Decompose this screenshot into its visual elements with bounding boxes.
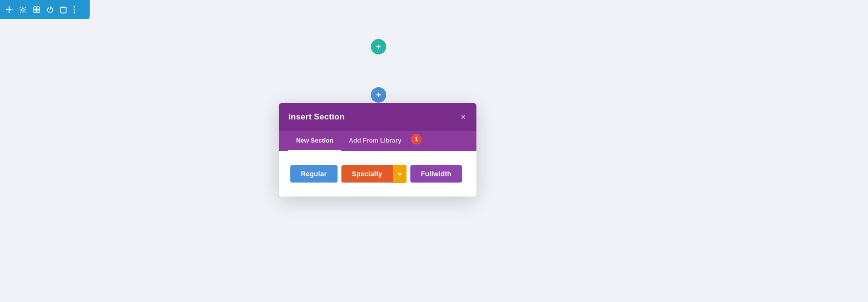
svg-rect-3 [34, 7, 37, 10]
modal-close-button[interactable]: × [460, 112, 467, 122]
svg-rect-4 [37, 7, 40, 10]
top-toolbar [0, 0, 90, 19]
svg-point-14 [74, 12, 75, 13]
svg-point-2 [22, 9, 24, 11]
svg-rect-6 [37, 10, 40, 13]
specialty-extra-button[interactable] [393, 165, 407, 183]
add-section-blue-button[interactable]: + [371, 87, 386, 103]
modal-body: Regular Specialty Fullwidth [279, 151, 476, 197]
svg-rect-7 [61, 8, 66, 13]
svg-point-13 [74, 9, 75, 11]
modal-title: Insert Section [288, 112, 345, 122]
add-toolbar-icon[interactable] [6, 6, 13, 13]
tab-new-section[interactable]: New Section [288, 131, 341, 151]
regular-section-button[interactable]: Regular [290, 165, 338, 183]
fullwidth-section-button[interactable]: Fullwidth [410, 165, 462, 183]
module-toolbar-icon[interactable] [33, 6, 40, 13]
modal-tabs: New Section Add From Library 1 [279, 131, 476, 151]
settings-toolbar-icon[interactable] [19, 6, 27, 13]
specialty-section-button[interactable]: Specialty [341, 165, 393, 183]
more-toolbar-icon[interactable] [73, 6, 75, 13]
svg-point-12 [74, 6, 75, 8]
library-badge: 1 [411, 134, 421, 144]
trash-toolbar-icon[interactable] [60, 6, 67, 13]
insert-section-modal: Insert Section × New Section Add From Li… [279, 103, 476, 197]
tab-add-from-library[interactable]: Add From Library 1 [341, 131, 415, 151]
add-section-teal-button[interactable]: + [371, 39, 386, 54]
modal-header: Insert Section × [279, 103, 476, 131]
svg-rect-5 [34, 10, 37, 13]
specialty-section-group: Specialty [341, 165, 407, 183]
power-toolbar-icon[interactable] [47, 6, 54, 13]
